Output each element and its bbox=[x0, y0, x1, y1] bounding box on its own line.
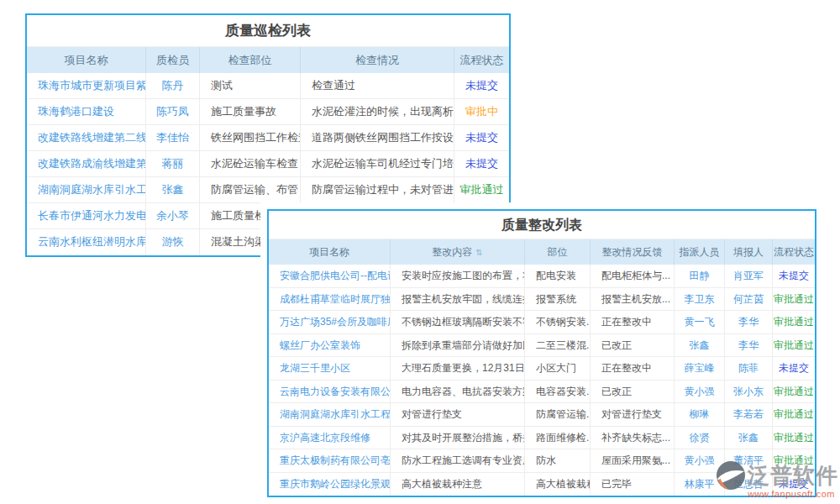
situation-cell: 水泥砼灌注的时候，出现离析现象 bbox=[301, 99, 454, 124]
reporter-cell[interactable]: 张鑫 bbox=[725, 427, 773, 449]
part-cell: 电容器安装... bbox=[525, 381, 591, 403]
content-cell: 对管进行垫支 bbox=[391, 403, 525, 426]
assignee-cell[interactable]: 薛宝峰 bbox=[675, 357, 725, 380]
reporter-cell[interactable]: 肖亚军 bbox=[725, 265, 773, 287]
status-cell: 审批通过 bbox=[773, 311, 815, 333]
rectification-table-card: 质量整改列表 项目名称 整改内容 ⇅ 部位 整改情况反馈 指派人员 填报人 流程… bbox=[260, 202, 823, 504]
table-row: 湖南洞庭湖水库引水工... 张鑫 防腐管运输、布管 防腐管运输过程中，未对管进行… bbox=[27, 177, 509, 203]
col-header-part: 部位 bbox=[525, 239, 591, 265]
rectification-table-header: 项目名称 整改内容 ⇅ 部位 整改情况反馈 指派人员 填报人 流程状态 bbox=[269, 239, 815, 265]
status-cell: 审批通过 bbox=[454, 177, 509, 202]
watermark-brand: 泛普软件 bbox=[748, 461, 838, 491]
col-header-status: 流程状态 bbox=[773, 239, 815, 265]
part-cell: 铁丝网围挡工作检查 bbox=[200, 125, 301, 150]
project-cell[interactable]: 改建铁路线增建第二线... bbox=[27, 125, 146, 150]
part-cell: 高大植被栽种 bbox=[525, 473, 591, 496]
part-cell: 报警系统 bbox=[525, 288, 591, 311]
inspector-cell[interactable]: 陈丹 bbox=[146, 73, 200, 98]
inspector-cell[interactable]: 陈巧凤 bbox=[146, 99, 200, 124]
reporter-cell[interactable]: 李华 bbox=[725, 311, 773, 333]
project-cell[interactable]: 龙湖三千里小区 bbox=[269, 357, 391, 380]
project-cell[interactable]: 云南水利枢纽潜明水库... bbox=[27, 229, 146, 255]
reporter-cell[interactable]: 何芷茵 bbox=[725, 288, 773, 311]
sort-icon[interactable]: ⇅ bbox=[475, 248, 482, 257]
table-row: 安徽合肥供电公司--配电设备... 安装时应按施工图的布置，将... 配电安装 … bbox=[269, 265, 815, 288]
part-cell: 不锈钢安装... bbox=[525, 311, 591, 333]
reporter-cell[interactable]: 李若若 bbox=[725, 403, 773, 426]
part-cell: 防腐管运输、布管 bbox=[200, 177, 301, 202]
content-cell: 大理石质量更换，12月31日之... bbox=[391, 357, 525, 380]
reporter-cell[interactable]: 李华 bbox=[725, 334, 773, 357]
rectification-table-title: 质量整改列表 bbox=[269, 211, 815, 239]
feedback-cell: 配电柜柜体与... bbox=[591, 265, 675, 287]
status-cell: 未提交 bbox=[454, 151, 509, 176]
inspection-table-header: 项目名称 质检员 检查部位 检查情况 流程状态 bbox=[27, 47, 509, 73]
table-row: 云南电力设备安装有限公司20... 电力电容器、电抗器安装方案,... 电容器安… bbox=[269, 381, 815, 404]
reporter-cell[interactable]: 陈菲 bbox=[725, 357, 773, 380]
inspector-cell[interactable]: 李佳怡 bbox=[146, 125, 200, 150]
situation-cell: 检查通过 bbox=[301, 73, 454, 98]
assignee-cell[interactable]: 徐贤 bbox=[675, 427, 725, 449]
col-header-reporter: 填报人 bbox=[725, 239, 773, 265]
part-cell: 测试 bbox=[200, 73, 301, 98]
reporter-cell[interactable]: 张小东 bbox=[725, 381, 773, 403]
table-row: 珠海市城市更新项目紫... 陈丹 测试 检查通过 未提交 bbox=[27, 73, 509, 99]
rectification-table: 质量整改列表 项目名称 整改内容 ⇅ 部位 整改情况反馈 指派人员 填报人 流程… bbox=[267, 209, 816, 497]
status-cell: 审批通过 bbox=[773, 334, 815, 357]
status-cell: 审批中 bbox=[454, 99, 509, 124]
fanpu-logo-icon bbox=[716, 460, 746, 491]
project-cell[interactable]: 重庆太极制药有限公司亳州中... bbox=[269, 449, 391, 472]
status-cell: 审批通过 bbox=[773, 288, 815, 311]
col-header-assignee: 指派人员 bbox=[675, 239, 725, 265]
col-header-situation: 检查情况 bbox=[301, 47, 454, 73]
table-row: 改建铁路成渝线增建第... 蒋丽 水泥砼运输车检查 水泥砼运输车司机经过专门培训… bbox=[27, 151, 509, 177]
project-cell[interactable]: 珠海市城市更新项目紫... bbox=[27, 73, 146, 98]
inspection-table-title: 质量巡检列表 bbox=[27, 15, 509, 47]
feedback-cell: 正在整改中 bbox=[591, 357, 675, 380]
project-cell[interactable]: 成都杜甫草堂临时展厅独立展... bbox=[269, 288, 391, 311]
project-cell[interactable]: 改建铁路成渝线增建第... bbox=[27, 151, 146, 176]
project-cell[interactable]: 万达广场35#会所及咖啡厅空... bbox=[269, 311, 391, 333]
table-row: 螺丝厂办公室装饰 拆除到承重墙部分请做好加固... 二至三楼混... 已改正 张… bbox=[269, 334, 815, 358]
part-cell: 小区大门 bbox=[525, 357, 591, 380]
status-cell: 审批通过 bbox=[773, 427, 815, 449]
project-cell[interactable]: 京沪高速北京段维修 bbox=[269, 427, 391, 449]
status-cell: 未提交 bbox=[773, 265, 815, 287]
inspector-cell[interactable]: 游恢 bbox=[146, 229, 200, 255]
assignee-cell[interactable]: 李卫东 bbox=[675, 288, 725, 311]
project-cell[interactable]: 螺丝厂办公室装饰 bbox=[269, 334, 391, 357]
assignee-cell[interactable]: 柳琳 bbox=[675, 403, 725, 426]
col-header-content-label: 整改内容 bbox=[432, 245, 472, 260]
project-cell[interactable]: 湖南洞庭湖水库引水工... bbox=[27, 177, 146, 202]
watermark-url: www.fanpusoft.com bbox=[748, 489, 835, 499]
content-cell: 报警主机安放牢固，线缆连接... bbox=[391, 288, 525, 311]
status-cell: 审批通过 bbox=[773, 403, 815, 426]
part-cell: 水泥砼运输车检查 bbox=[200, 151, 301, 176]
content-cell: 防水工程施工选调有专业资质... bbox=[391, 449, 525, 472]
feedback-cell: 屋面采用聚氨... bbox=[591, 449, 675, 472]
assignee-cell[interactable]: 张鑫 bbox=[675, 334, 725, 357]
situation-cell: 水泥砼运输车司机经过专门培训... bbox=[301, 151, 454, 176]
project-cell[interactable]: 珠海鹤港口建设 bbox=[27, 99, 146, 124]
assignee-cell[interactable]: 黄小强 bbox=[675, 381, 725, 403]
project-cell[interactable]: 长春市伊通河水力发电... bbox=[27, 203, 146, 228]
table-row: 成都杜甫草堂临时展厅独立展... 报警主机安放牢固，线缆连接... 报警系统 报… bbox=[269, 288, 815, 312]
inspector-cell[interactable]: 蒋丽 bbox=[146, 151, 200, 176]
col-header-inspector: 质检员 bbox=[146, 47, 200, 73]
project-cell[interactable]: 湖南洞庭湖水库引水工程施工I标 bbox=[269, 403, 391, 426]
col-header-part: 检查部位 bbox=[200, 47, 301, 73]
project-cell[interactable]: 重庆市鹅岭公园绿化景观提升... bbox=[269, 473, 391, 496]
assignee-cell[interactable]: 黄一飞 bbox=[675, 311, 725, 333]
table-row: 龙湖三千里小区 大理石质量更换，12月31日之... 小区大门 正在整改中 薛宝… bbox=[269, 357, 815, 381]
content-cell: 对其及时开展整治措施，桥头... bbox=[391, 427, 525, 449]
inspector-cell[interactable]: 张鑫 bbox=[146, 177, 200, 202]
project-cell[interactable]: 安徽合肥供电公司--配电设备... bbox=[269, 265, 391, 287]
project-cell[interactable]: 云南电力设备安装有限公司20... bbox=[269, 381, 391, 403]
inspector-cell[interactable]: 余小琴 bbox=[146, 203, 200, 228]
table-row: 湖南洞庭湖水库引水工程施工I标 对管进行垫支 防腐管运输... 对管进行垫支 柳… bbox=[269, 403, 815, 427]
status-cell: 未提交 bbox=[454, 73, 509, 98]
feedback-cell: 报警主机安放... bbox=[591, 288, 675, 311]
assignee-cell[interactable]: 田静 bbox=[675, 265, 725, 287]
page: 质量巡检列表 项目名称 质检员 检查部位 检查情况 流程状态 珠海市城市更新项目… bbox=[0, 0, 840, 504]
table-row: 珠海鹤港口建设 陈巧凤 施工质量事故 水泥砼灌注的时候，出现离析现象 审批中 bbox=[27, 99, 509, 125]
